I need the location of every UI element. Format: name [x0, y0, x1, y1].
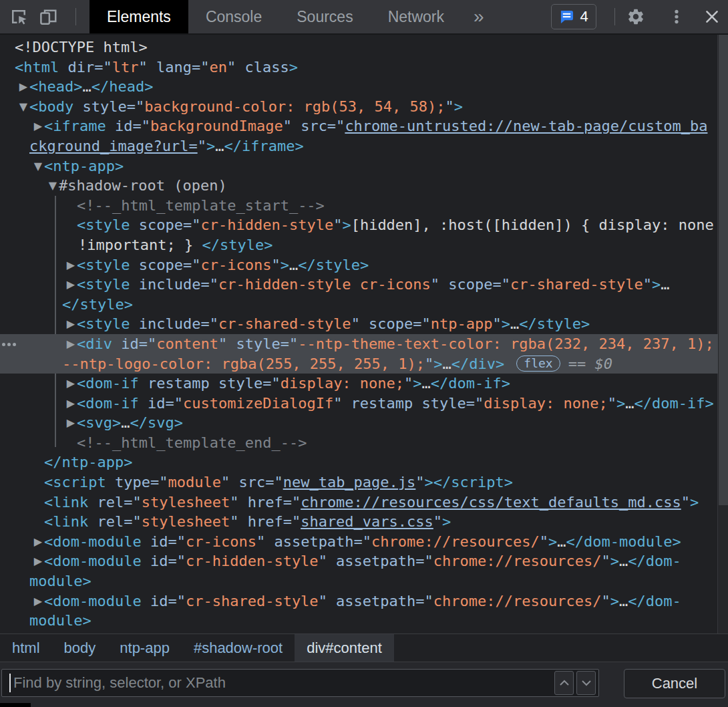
syntax-attr: " [198, 138, 206, 154]
dom-tree-node[interactable]: ▼<ntp-app> [0, 156, 718, 176]
dom-tree-node[interactable]: <!--_html_template_start_--> [0, 196, 718, 216]
syntax-val: cr-shared-style [218, 315, 351, 332]
text-caret [9, 674, 11, 692]
dom-tree-node[interactable]: <html dir="ltr" lang="en" class> [0, 57, 718, 78]
close-devtools-button[interactable] [699, 0, 725, 33]
more-options-button[interactable] [667, 0, 687, 33]
find-previous-button[interactable] [554, 671, 574, 695]
syntax-tag: <ntp-app> [44, 158, 124, 174]
device-toolbar-button[interactable] [33, 0, 63, 33]
syntax-tag: <dom-if [77, 395, 139, 412]
tab-elements[interactable]: Elements [89, 0, 188, 33]
dom-tree-node[interactable]: ▶<style include="cr-shared-style" scope=… [0, 314, 718, 334]
collapse-arrow-icon[interactable]: ▼ [18, 97, 29, 117]
breadcrumb-item-div-content[interactable]: div#content [295, 634, 394, 662]
expand-arrow-icon[interactable]: ▶ [18, 77, 29, 97]
breadcrumb-item--shadow-root[interactable]: #shadow-root [182, 634, 295, 662]
scrollbar-thumb[interactable] [719, 35, 728, 505]
expand-arrow-icon[interactable]: ▶ [33, 116, 43, 136]
expand-arrow-icon[interactable]: ▶ [33, 551, 43, 571]
dom-tree-node[interactable]: <!--_html_template_end_--> [0, 433, 718, 453]
dom-tree-node[interactable]: </ntp-app> [0, 452, 718, 472]
syntax-txt: … [619, 553, 628, 569]
collapse-arrow-icon[interactable]: ▼ [47, 176, 58, 196]
breadcrumb-item-html[interactable]: html [0, 634, 52, 662]
dom-tree-node[interactable]: ckground_image?url=">…</iframe> [0, 136, 718, 156]
scrollbar-track[interactable] [717, 35, 728, 633]
syntax-attr: id=" [142, 553, 186, 569]
syntax-tag: </div> [451, 356, 504, 372]
syntax-attr: href=" [238, 513, 301, 530]
window-corner [0, 703, 31, 707]
syntax-attr: " [333, 217, 342, 233]
cancel-button[interactable]: Cancel [624, 669, 725, 698]
tab-sources[interactable]: Sources [279, 0, 370, 33]
dom-tree-node[interactable]: ▼#shadow-root (open) [0, 176, 718, 196]
expand-arrow-icon[interactable]: ▶ [65, 334, 76, 354]
dom-tree-node[interactable]: <style scope="cr-hidden-style">[hidden],… [0, 215, 718, 235]
dom-tree-node[interactable]: ▶<head>…</head> [0, 77, 718, 97]
dom-tree-node[interactable]: ▶<iframe id="backgroundImage" src="chrom… [0, 116, 718, 136]
settings-button[interactable] [622, 0, 649, 33]
syntax-tag: <link [44, 494, 88, 511]
dom-tree-node[interactable]: <script type="module" src="new_tab_page.… [0, 472, 718, 492]
expand-arrow-icon[interactable]: ▶ [65, 255, 76, 275]
dom-tree-node[interactable]: ▶<style scope="cr-icons">…</style> [0, 255, 718, 275]
dom-tree-node[interactable]: ▶<dom-module id="cr-shared-style" assetp… [0, 591, 718, 611]
syntax-attr: assetpath=" [327, 593, 433, 609]
more-tabs-button[interactable]: » [467, 0, 491, 33]
dom-tree-node[interactable]: ▶<dom-if restamp style="display: none;">… [0, 374, 718, 394]
expand-arrow-icon[interactable]: ▶ [65, 394, 76, 414]
issues-count: 4 [580, 8, 588, 25]
syntax-tag: </style> [298, 257, 369, 273]
syntax-txt: … [289, 257, 298, 273]
dom-tree-node[interactable]: ▶<dom-module id="cr-icons" assetpath="ch… [0, 532, 718, 552]
expand-arrow-icon[interactable]: ▶ [65, 275, 76, 295]
syntax-val: stylesheet [142, 494, 230, 511]
flex-badge[interactable]: flex [516, 356, 560, 372]
collapse-arrow-icon[interactable]: ▼ [33, 156, 43, 176]
expand-arrow-icon[interactable]: ▶ [65, 413, 76, 433]
syntax-attr: " [271, 257, 280, 273]
dom-tree-node[interactable]: ▶<div id="content" style="--ntp-theme-te… [0, 334, 718, 354]
breadcrumb-item-body[interactable]: body [52, 634, 108, 662]
dom-tree-node[interactable]: ▶<dom-if id="customizeDialogIf" restamp … [0, 394, 718, 414]
syntax-attr: " [602, 593, 610, 609]
syntax-tag: > [548, 533, 557, 550]
inspect-element-button[interactable] [4, 0, 33, 33]
find-next-button[interactable] [576, 671, 596, 695]
tab-network[interactable]: Network [371, 0, 462, 33]
expand-arrow-icon[interactable]: ▶ [33, 591, 43, 611]
issues-counter-button[interactable]: 4 [551, 4, 596, 29]
syntax-txt: [hidden], :host([hidden]) { display: non… [351, 217, 714, 233]
syntax-attr: style=" [210, 375, 281, 392]
find-input[interactable]: Find by string, selector, or XPath [1, 669, 599, 697]
syntax-tag: <html [15, 59, 59, 76]
dom-tree-node[interactable]: module> [0, 571, 718, 591]
dom-tree-node[interactable]: ▶<svg>…</svg> [0, 413, 718, 433]
syntax-val: en [209, 59, 227, 76]
syntax-tag: <dom-module [44, 533, 142, 550]
expand-arrow-icon[interactable]: ▶ [33, 532, 43, 552]
syntax-val: cr-shared-style [510, 276, 643, 293]
dom-tree-node[interactable]: module> [0, 611, 718, 631]
expand-arrow-icon[interactable]: ▶ [65, 314, 76, 334]
dom-tree-node[interactable]: ▼<body style="background-color: rgb(53, … [0, 97, 718, 117]
syntax-attr: include=" [130, 276, 218, 293]
breadcrumb-item-ntp-app[interactable]: ntp-app [108, 634, 182, 662]
syntax-tag: > [616, 395, 625, 412]
dom-tree-node[interactable]: ▶<dom-module id="cr-hidden-style" assetp… [0, 551, 718, 571]
expand-arrow-icon[interactable]: ▶ [65, 374, 76, 394]
node-options-dots-icon[interactable] [2, 343, 16, 346]
syntax-txt: … [82, 78, 91, 95]
dom-tree-node[interactable]: --ntp-logo-color: rgba(255, 255, 255, 1)… [0, 354, 718, 374]
dom-tree-node[interactable]: <!DOCTYPE html> [0, 37, 718, 57]
tab-console[interactable]: Console [188, 0, 279, 33]
dom-tree-node[interactable]: <link rel="stylesheet" href="chrome://re… [0, 492, 718, 513]
syntax-attr: restamp [139, 375, 210, 392]
dom-tree-node[interactable]: !important; } </style> [0, 235, 718, 255]
dom-tree-node[interactable]: </style> [0, 295, 718, 315]
dom-tree-node[interactable]: <link rel="stylesheet" href="shared_vars… [0, 512, 718, 532]
kebab-menu-icon [668, 8, 685, 25]
dom-tree-node[interactable]: ▶<style include="cr-hidden-style cr-icon… [0, 275, 718, 295]
